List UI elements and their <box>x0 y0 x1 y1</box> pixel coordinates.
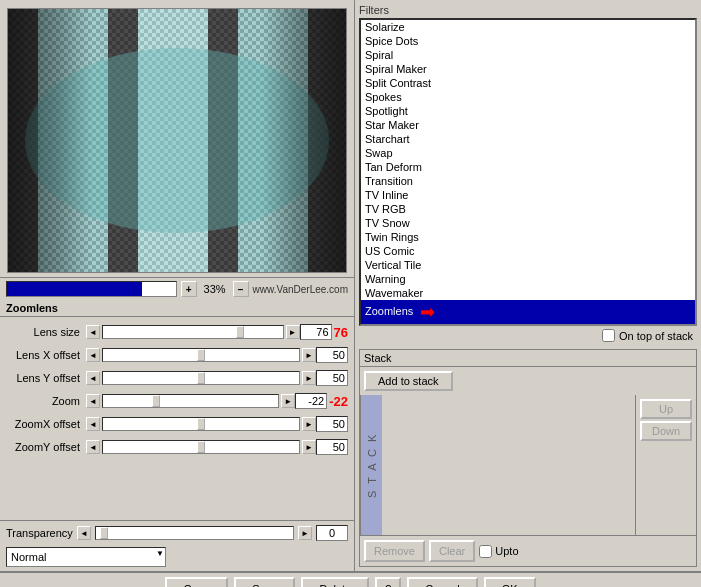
param-slider-zoom[interactable]: ◄ ► <box>86 394 295 408</box>
delete-button[interactable]: Delete <box>301 577 369 587</box>
zoom-value-box: -22 <box>295 393 327 409</box>
param-row-zoom: Zoom ◄ ► -22 -22 <box>6 390 348 412</box>
filter-item-warning[interactable]: Warning <box>361 272 695 286</box>
filter-item-spiralmaker[interactable]: Spiral Maker <box>361 62 695 76</box>
zoomyoffset-left-btn[interactable]: ◄ <box>86 440 100 454</box>
param-slider-lensyoffset[interactable]: ◄ ► <box>86 371 316 385</box>
upto-checkbox[interactable] <box>479 545 492 558</box>
main-container: + 33% − www.VanDerLee.com Zoomlens Lens … <box>0 0 701 587</box>
zoom-minus-button[interactable]: − <box>233 281 249 297</box>
stack-content: S T A C K Up Down <box>360 395 696 535</box>
filter-item-tandeform[interactable]: Tan Deform <box>361 160 695 174</box>
transparency-thumb <box>100 527 108 539</box>
lensxoffset-value: 50 <box>316 347 348 363</box>
transparency-value: 0 <box>316 525 348 541</box>
filter-item-uscomic[interactable]: US Comic <box>361 244 695 258</box>
filter-item-transition[interactable]: Transition <box>361 174 695 188</box>
zoom-left-btn[interactable]: ◄ <box>86 394 100 408</box>
lensxoffset-right-btn[interactable]: ► <box>302 348 316 362</box>
zoomxoffset-track[interactable] <box>102 417 300 431</box>
zoomyoffset-track[interactable] <box>102 440 300 454</box>
lenssize-thumb <box>236 326 244 338</box>
transparency-right-btn[interactable]: ► <box>298 526 312 540</box>
lensyoffset-track[interactable] <box>102 371 300 385</box>
ontop-row: On top of stack <box>359 326 697 345</box>
param-slider-zoomxoffset[interactable]: ◄ ► <box>86 417 316 431</box>
filter-list-wrapper: Solarize Spice Dots Spiral Spiral Maker … <box>359 18 697 326</box>
filter-item-spiral[interactable]: Spiral <box>361 48 695 62</box>
filter-item-tvsnow[interactable]: TV Snow <box>361 216 695 230</box>
stack-list-area: S T A C K <box>360 395 636 535</box>
lensyoffset-left-btn[interactable]: ◄ <box>86 371 100 385</box>
top-section: + 33% − www.VanDerLee.com Zoomlens Lens … <box>0 0 701 571</box>
remove-button[interactable]: Remove <box>364 540 425 562</box>
upto-checkbox-row: Upto <box>479 545 518 558</box>
transparency-left-btn[interactable]: ◄ <box>77 526 91 540</box>
param-label-zoomxoffset: ZoomX offset <box>6 418 86 430</box>
filter-list-container[interactable]: Solarize Spice Dots Spiral Spiral Maker … <box>359 18 697 326</box>
zoom-track[interactable] <box>102 394 279 408</box>
lensyoffset-value: 50 <box>316 370 348 386</box>
lenssize-track[interactable] <box>102 325 284 339</box>
lensyoffset-right-btn[interactable]: ► <box>302 371 316 385</box>
zoom-highlight: -22 <box>329 394 348 409</box>
zoom-right-btn[interactable]: ► <box>281 394 295 408</box>
filter-item-tvinline[interactable]: TV Inline <box>361 188 695 202</box>
vignette-overlay <box>8 9 346 272</box>
filter-item-tvrgb[interactable]: TV RGB <box>361 202 695 216</box>
param-label-lenssize: Lens size <box>6 326 86 338</box>
down-button[interactable]: Down <box>640 421 692 441</box>
blend-select[interactable]: Normal Multiply Screen Overlay Darken Li… <box>6 547 166 567</box>
filter-item-spokes[interactable]: Spokes <box>361 90 695 104</box>
lensxoffset-track[interactable] <box>102 348 300 362</box>
param-slider-lenssize[interactable]: ◄ ► <box>86 325 300 339</box>
lensxoffset-left-btn[interactable]: ◄ <box>86 348 100 362</box>
zoomxoffset-value: 50 <box>316 416 348 432</box>
main-bottom-row: Open Save Delete ? Cancel OK <box>0 571 701 587</box>
preview-area <box>7 8 347 273</box>
progress-fill <box>7 282 142 296</box>
lenssize-left-btn[interactable]: ◄ <box>86 325 100 339</box>
filter-item-swap[interactable]: Swap <box>361 146 695 160</box>
progress-bar <box>6 281 177 297</box>
zoomxoffset-right-btn[interactable]: ► <box>302 417 316 431</box>
filter-item-wavemaker[interactable]: Wavemaker <box>361 286 695 300</box>
params-section: Lens size ◄ ► 76 76 Lens X offset <box>0 317 354 520</box>
filter-item-verticaltile[interactable]: Vertical Tile <box>361 258 695 272</box>
lenssize-highlight: 76 <box>334 325 348 340</box>
zoom-plus-button[interactable]: + <box>181 281 197 297</box>
filter-item-starchart[interactable]: Starchart <box>361 132 695 146</box>
filter-item-splitcontrast[interactable]: Split Contrast <box>361 76 695 90</box>
zoomyoffset-right-btn[interactable]: ► <box>302 440 316 454</box>
blend-select-wrapper[interactable]: Normal Multiply Screen Overlay Darken Li… <box>6 547 166 567</box>
up-button[interactable]: Up <box>640 399 692 419</box>
filter-item-solarize[interactable]: Solarize <box>361 20 695 34</box>
param-row-lensyoffset: Lens Y offset ◄ ► 50 <box>6 367 348 389</box>
param-label-zoomyoffset: ZoomY offset <box>6 441 86 453</box>
stack-items-area <box>382 395 635 475</box>
transparency-label: Transparency <box>6 527 73 539</box>
save-button[interactable]: Save <box>234 577 295 587</box>
stack-header: Stack <box>360 350 696 367</box>
zoomyoffset-thumb <box>197 441 205 453</box>
cancel-button[interactable]: Cancel <box>407 577 477 587</box>
lenssize-right-btn[interactable]: ► <box>286 325 300 339</box>
filter-item-starmaker[interactable]: Star Maker <box>361 118 695 132</box>
param-slider-lensxoffset[interactable]: ◄ ► <box>86 348 316 362</box>
zoomxoffset-left-btn[interactable]: ◄ <box>86 417 100 431</box>
param-row-lensxoffset: Lens X offset ◄ ► 50 <box>6 344 348 366</box>
filter-item-spicedots[interactable]: Spice Dots <box>361 34 695 48</box>
open-button[interactable]: Open <box>165 577 228 587</box>
ontop-checkbox[interactable] <box>602 329 615 342</box>
ok-button[interactable]: OK <box>484 577 536 587</box>
lensxoffset-thumb <box>197 349 205 361</box>
transparency-slider[interactable] <box>95 526 294 540</box>
clear-button[interactable]: Clear <box>429 540 475 562</box>
param-slider-zoomyoffset[interactable]: ◄ ► <box>86 440 316 454</box>
add-to-stack-button[interactable]: Add to stack <box>364 371 453 391</box>
filter-item-twinrings[interactable]: Twin Rings <box>361 230 695 244</box>
param-row-zoomxoffset: ZoomX offset ◄ ► 50 <box>6 413 348 435</box>
filter-item-zoomlens[interactable]: Zoomlens ➡ <box>361 300 695 324</box>
filter-item-spotlight[interactable]: Spotlight <box>361 104 695 118</box>
help-button[interactable]: ? <box>375 577 401 587</box>
